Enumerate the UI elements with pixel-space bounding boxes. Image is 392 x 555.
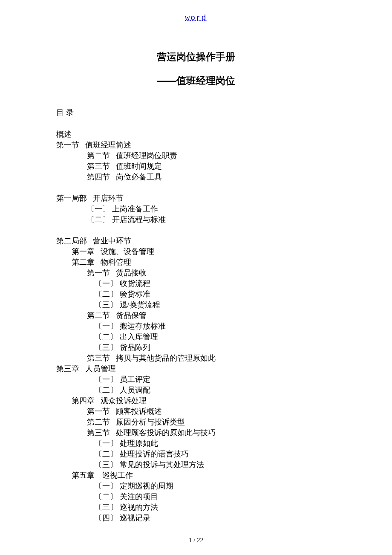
toc-entry: 第三节 拷贝与其他货品的管理原如此 [56, 353, 216, 364]
toc-entry: 〔二〕 验货标准 [56, 289, 216, 300]
toc-entry: 〔二〕 人员调配 [56, 385, 216, 396]
toc-entry: 〔一〕 定期巡视的周期 [56, 481, 216, 491]
toc-heading: 目 录 [56, 107, 74, 118]
toc-entry: 〔二〕 处理投诉的语言技巧 [56, 449, 216, 460]
toc-entry: 〔二〕 开店流程与标准 [56, 214, 216, 225]
toc-spacer [56, 225, 216, 236]
toc-entry: 第三节 值班时间规定 [56, 161, 216, 172]
toc-entry: 〔四〕 巡视记录 [56, 513, 216, 523]
toc-entry: 第三章 人员管理 [56, 364, 216, 374]
header-link[interactable]: word [185, 14, 207, 22]
toc-entry: 〔三〕 退/换货流程 [56, 300, 216, 310]
toc-entry: 第五章 巡视工作 [56, 470, 216, 481]
document-title: 营运岗位操作手册 [157, 50, 235, 64]
toc-entry: 第三节 处理顾客投诉的原如此与技巧 [56, 428, 216, 438]
toc-entry: 第一节 顾客投诉概述 [56, 406, 216, 417]
toc-entry: 第一章 设施、设备管理 [56, 246, 216, 257]
toc-entry: 第四章 观众投诉处理 [56, 396, 216, 406]
toc-entry: 〔三〕 巡视的方法 [56, 502, 216, 513]
toc-entry: 〔一〕 处理原如此 [56, 438, 216, 449]
toc-entry: 〔二〕 出入库管理 [56, 332, 216, 342]
toc-entry: 〔一〕 员工评定 [56, 374, 216, 385]
toc-entry: 第二节 货品保管 [56, 310, 216, 321]
toc-entry: 〔一〕 收货流程 [56, 278, 216, 289]
toc-spacer [56, 182, 216, 193]
toc-entry: 第一节 货品接收 [56, 268, 216, 278]
toc-content: 概述第一节 值班经理简述第二节 值班经理岗位职责第三节 值班时间规定第四节 岗位… [56, 129, 216, 523]
toc-entry: 第四节 岗位必备工具 [56, 172, 216, 182]
toc-entry: 第二节 原因分析与投诉类型 [56, 417, 216, 428]
page-number: 1 / 22 [189, 537, 203, 544]
toc-entry: 〔一〕 搬运存放标准 [56, 321, 216, 332]
toc-entry: 第一节 值班经理简述 [56, 140, 216, 150]
toc-entry: 第一局部 开店环节 [56, 193, 216, 204]
toc-entry: 第二局部 营业中环节 [56, 236, 216, 246]
toc-entry: 〔二〕 关注的项目 [56, 491, 216, 502]
toc-entry: 〔一〕 上岗准备工作 [56, 204, 216, 214]
toc-entry: 第二章 物料管理 [56, 257, 216, 268]
document-subtitle: ——值班经理岗位 [157, 74, 235, 87]
toc-entry: 〔三〕 货品陈列 [56, 342, 216, 353]
toc-entry: 〔三〕 常见的投诉与其处理方法 [56, 460, 216, 470]
toc-entry: 第二节 值班经理岗位职责 [56, 150, 216, 161]
toc-entry: 概述 [56, 129, 216, 140]
